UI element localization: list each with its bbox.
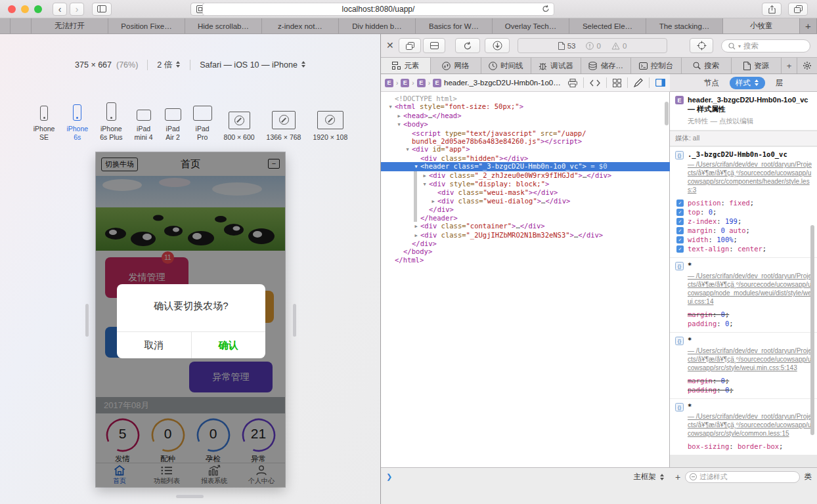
disclosure-open-icon[interactable]: ▼ <box>403 146 412 154</box>
css-property[interactable]: ✓margin: 0 auto; <box>675 226 812 235</box>
rule-source-link[interactable]: — /Users/crifan/dev/dev_root/daryun/Proj… <box>675 272 812 306</box>
rule-selector[interactable]: * <box>675 402 812 411</box>
styles-scrollbar-thumb[interactable] <box>810 225 814 435</box>
dom-tree-line[interactable]: ▼<div id="app"> <box>381 145 670 154</box>
zoom-window-button[interactable] <box>34 5 42 13</box>
inspector-search-field[interactable]: ▾ 搜索 <box>721 39 810 52</box>
sidebar-toggle-button[interactable] <box>92 3 112 16</box>
dom-tree-line[interactable]: <div class="hidden"></div> <box>381 154 670 162</box>
css-property[interactable]: ✓width: 100%; <box>675 235 812 244</box>
browser-tab[interactable]: Selected Ele… <box>569 18 646 33</box>
rule-selector[interactable]: * <box>675 336 812 345</box>
dom-tree-line[interactable]: </div> <box>381 205 670 213</box>
print-icon[interactable] <box>568 79 577 87</box>
css-property[interactable]: padding: 0; <box>675 385 812 394</box>
browser-tab[interactable]: Overlay Tech… <box>493 18 569 33</box>
disclosure-closed-icon[interactable]: ▶ <box>429 198 437 205</box>
download-webarchive-button[interactable] <box>485 38 510 53</box>
css-property[interactable]: ✓top: 0; <box>675 207 812 217</box>
tab-layers[interactable]: 层 <box>776 78 784 88</box>
dom-tree-line[interactable]: </div> <box>381 240 670 247</box>
css-property[interactable]: padding: 0; <box>675 319 812 328</box>
preset-option[interactable]: 1920 × 108 <box>313 111 347 142</box>
inspector-tab-resources[interactable]: 资源 <box>732 58 782 74</box>
reload-icon[interactable] <box>542 5 550 13</box>
disclosure-closed-icon[interactable]: ▶ <box>412 222 420 230</box>
rule-source-link[interactable]: — /Users/crifan/dev/dev_root/daryun/Proj… <box>675 160 812 194</box>
browser-tab[interactable]: The stacking… <box>646 18 723 33</box>
dom-tree-line[interactable]: ▼<header class="_3-bzgcD2U-Hmb0n-1o0_vc"… <box>381 162 670 171</box>
browser-tab[interactable]: Hide scrollab… <box>185 18 262 33</box>
resource-count[interactable]: 53 <box>558 42 576 50</box>
close-window-button[interactable] <box>8 5 16 13</box>
settings-gear-button[interactable] <box>797 58 817 74</box>
filter-styles-field[interactable]: 过滤样式 <box>685 471 799 483</box>
rule-selector[interactable]: * <box>675 261 812 270</box>
rule-source-link[interactable]: — /Users/crifan/dev/dev_root/daryun/Proj… <box>675 412 812 438</box>
dom-tree-line[interactable]: ▶<div class="_2UgjIHZbMRO2N1Bm32eNS3">…<… <box>381 231 670 240</box>
css-property[interactable]: margin: 0; <box>675 310 812 319</box>
css-property[interactable]: box-sizing: border-box; <box>675 442 812 451</box>
viewport-resize-handle-bottom[interactable] <box>176 495 204 498</box>
address-bar[interactable]: localhost:8080/uapp/ <box>202 3 554 16</box>
minimize-window-button[interactable] <box>21 5 29 13</box>
dom-tree-line[interactable]: ▶<div class="_2_zhJzeu0e0W9rx9fIHGJd">…<… <box>381 171 670 180</box>
device-option[interactable]: iPad mini 4 <box>135 110 153 142</box>
inspector-tab-console[interactable]: 控制台 <box>631 58 681 74</box>
edit-pencil-icon[interactable] <box>634 78 643 87</box>
dom-tree-line[interactable]: <script type="text/javascript" src="/uap… <box>381 129 670 137</box>
browser-tab[interactable]: Div hidden b… <box>339 18 416 33</box>
dom-tree-line[interactable]: </body> <box>381 247 670 255</box>
device-option[interactable]: iPhone 6s <box>66 104 88 142</box>
preset-option[interactable]: 1366 × 768 <box>267 111 301 142</box>
code-icon[interactable] <box>590 79 600 87</box>
dom-tree-line[interactable]: <div class="weui-mask"></div> <box>381 188 670 196</box>
css-property[interactable]: ✓position: fixed; <box>675 198 812 207</box>
element-rule-note[interactable]: 无特性 — 点按以编辑 <box>675 117 812 126</box>
browser-tab[interactable]: 小牧童 <box>723 18 800 33</box>
confirm-button[interactable]: 确认 <box>191 332 266 358</box>
dom-tree-line[interactable]: ▶<head>…</head> <box>381 112 670 120</box>
reload-page-button[interactable] <box>455 38 480 53</box>
quick-console-caret-icon[interactable]: ❯ <box>386 472 392 481</box>
new-tab-button[interactable]: + <box>800 18 817 33</box>
user-agent-select[interactable]: Safari — iOS 10 — iPhone <box>200 60 306 70</box>
element-crumb[interactable]: E <box>417 79 426 87</box>
element-crumb[interactable]: E <box>385 79 393 87</box>
close-inspector-icon[interactable]: ✕ <box>386 40 394 51</box>
dom-tree-line[interactable]: </header> <box>381 214 670 222</box>
property-checkbox[interactable]: ✓ <box>676 209 684 216</box>
dom-tree-line[interactable]: </html> <box>381 256 670 264</box>
element-crumb[interactable]: E <box>401 79 409 87</box>
new-rule-button[interactable]: + <box>675 472 680 482</box>
add-tab-button[interactable]: + <box>782 58 797 74</box>
disclosure-open-icon[interactable]: ▼ <box>412 163 420 171</box>
browser-tab[interactable]: Position Fixe… <box>108 18 185 33</box>
disclosure-open-icon[interactable]: ▼ <box>386 103 395 111</box>
viewport-resize-handle-left[interactable] <box>85 304 89 337</box>
inspector-tab-timeline[interactable]: 时间线 <box>481 58 531 74</box>
device-option[interactable]: iPad Pro <box>193 106 212 142</box>
device-option[interactable]: iPhone SE <box>33 106 55 142</box>
disclosure-open-icon[interactable]: ▼ <box>395 121 403 129</box>
css-property[interactable]: margin: 0; <box>675 376 812 385</box>
css-property[interactable]: ✓z-index: 199; <box>675 217 812 226</box>
dom-tree-line[interactable]: ▶<div class="container">…</div> <box>381 222 670 230</box>
classes-toggle[interactable]: 类 <box>805 472 812 482</box>
disclosure-closed-icon[interactable]: ▶ <box>420 172 429 180</box>
warning-count[interactable]: 0 <box>611 42 627 50</box>
tab-styles[interactable]: 样式 <box>730 77 765 89</box>
property-checkbox[interactable]: ✓ <box>676 227 684 234</box>
disclosure-open-icon[interactable]: ▼ <box>420 180 429 188</box>
dom-tree-line[interactable]: ▼<body> <box>381 120 670 129</box>
share-button[interactable] <box>762 3 782 16</box>
property-checkbox[interactable]: ✓ <box>676 218 684 225</box>
dom-scrollbar-thumb[interactable] <box>665 102 669 125</box>
property-checkbox[interactable]: ✓ <box>676 236 684 243</box>
dom-tree-line[interactable]: bundle_2d05ae78b6a483e84260.js"></script… <box>381 137 670 145</box>
show-tabs-button[interactable] <box>788 3 808 16</box>
device-option[interactable]: iPhone 6s Plus <box>100 102 122 142</box>
details-sidebar-toggle-icon[interactable] <box>655 79 665 87</box>
element-crumb[interactable]: E <box>433 79 441 87</box>
browser-tab[interactable]: z-index not… <box>262 18 339 33</box>
